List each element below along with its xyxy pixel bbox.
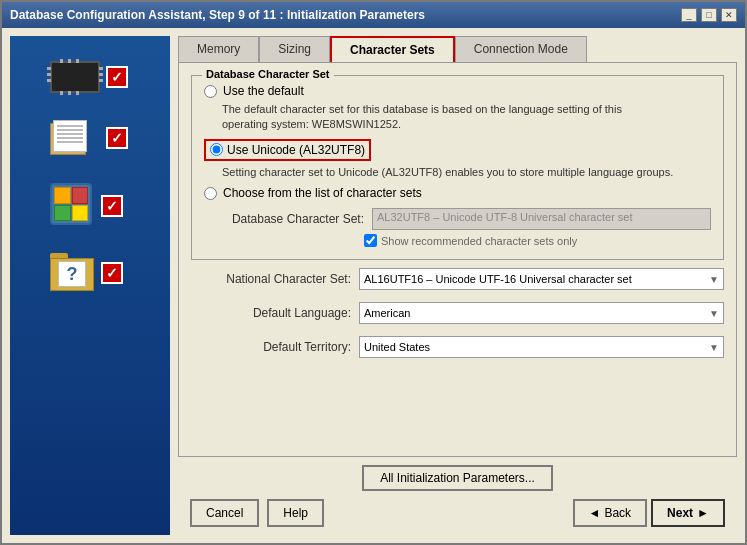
default-territory-field-row: Default Territory: United States ▼ [191, 336, 724, 358]
tab-content-character-sets: Database Character Set Use the default T… [178, 62, 737, 457]
icon-row-docs: ✓ [50, 118, 130, 158]
icon-row-folder-q: ? ✓ [50, 253, 130, 293]
show-recommended-checkbox[interactable] [364, 234, 377, 247]
icon-row-chip: ✓ [50, 61, 130, 93]
national-charset-label: National Character Set: [191, 272, 351, 286]
option-default-row: Use the default [204, 84, 711, 98]
show-recommended-row: Show recommended character sets only [364, 234, 711, 247]
default-territory-arrow: ▼ [709, 342, 719, 353]
default-language-combo[interactable]: American ▼ [359, 302, 724, 324]
window-controls: _ □ ✕ [681, 8, 737, 22]
option-choose-row: Choose from the list of character sets [204, 186, 711, 200]
option-unicode-label[interactable]: Use Unicode (AL32UTF8) [227, 143, 365, 157]
check-icon-3: ✓ [101, 195, 123, 217]
unicode-option-highlight: Use Unicode (AL32UTF8) [204, 139, 371, 161]
default-territory-combo[interactable]: United States ▼ [359, 336, 724, 358]
left-panel: ✓ ✓ [10, 36, 170, 535]
check-icon-4: ✓ [101, 262, 123, 284]
db-charset-label: Database Character Set: [204, 212, 364, 226]
next-arrow-icon: ► [697, 506, 709, 520]
national-charset-combo[interactable]: AL16UTF16 – Unicode UTF-16 Universal cha… [359, 268, 724, 290]
db-charset-input: AL32UTF8 – Unicode UTF-8 Universal chara… [372, 208, 711, 230]
help-button[interactable]: Help [267, 499, 324, 527]
national-charset-field-row: National Character Set: AL16UTF16 – Unic… [191, 268, 724, 290]
content-area: ✓ ✓ [2, 28, 745, 543]
option-default-desc: The default character set for this datab… [222, 102, 711, 133]
tab-connection-mode[interactable]: Connection Mode [455, 36, 587, 62]
option-choose-label[interactable]: Choose from the list of character sets [223, 186, 422, 200]
radio-default[interactable] [204, 85, 217, 98]
option-unicode-desc: Setting character set to Unicode (AL32UT… [222, 165, 711, 180]
next-button[interactable]: Next ► [651, 499, 725, 527]
national-charset-arrow: ▼ [709, 274, 719, 285]
tab-sizing[interactable]: Sizing [259, 36, 330, 62]
maximize-button[interactable]: □ [701, 8, 717, 22]
bottom-bar: All Initialization Parameters... Cancel … [178, 457, 737, 535]
group-title: Database Character Set [202, 68, 334, 80]
nav-buttons: Cancel Help ◄ Back Next ► [186, 499, 729, 527]
database-charset-group: Database Character Set Use the default T… [191, 75, 724, 260]
show-recommended-label[interactable]: Show recommended character sets only [381, 235, 577, 247]
nav-left-buttons: Cancel Help [190, 499, 324, 527]
back-button[interactable]: ◄ Back [573, 499, 648, 527]
minimize-button[interactable]: _ [681, 8, 697, 22]
tab-bar: Memory Sizing Character Sets Connection … [178, 36, 737, 62]
check-icon-1: ✓ [106, 66, 128, 88]
nav-right-buttons: ◄ Back Next ► [573, 499, 725, 527]
close-button[interactable]: ✕ [721, 8, 737, 22]
main-window: Database Configuration Assistant, Step 9… [0, 0, 747, 545]
default-language-field-row: Default Language: American ▼ [191, 302, 724, 324]
init-params-row: All Initialization Parameters... [186, 465, 729, 491]
icon-row-barrel: ✓ [50, 183, 130, 228]
right-panel: Memory Sizing Character Sets Connection … [178, 36, 737, 535]
default-language-label: Default Language: [191, 306, 351, 320]
tab-character-sets[interactable]: Character Sets [330, 36, 455, 62]
default-language-arrow: ▼ [709, 308, 719, 319]
db-charset-field-row: Database Character Set: AL32UTF8 – Unico… [204, 208, 711, 230]
window-title: Database Configuration Assistant, Step 9… [10, 8, 425, 22]
init-params-button[interactable]: All Initialization Parameters... [362, 465, 553, 491]
tab-memory[interactable]: Memory [178, 36, 259, 62]
radio-choose[interactable] [204, 187, 217, 200]
back-arrow-icon: ◄ [589, 506, 601, 520]
check-icon-2: ✓ [106, 127, 128, 149]
title-bar: Database Configuration Assistant, Step 9… [2, 2, 745, 28]
radio-unicode[interactable] [210, 143, 223, 156]
default-territory-label: Default Territory: [191, 340, 351, 354]
option-unicode-row: Use Unicode (AL32UTF8) [204, 139, 711, 161]
cancel-button[interactable]: Cancel [190, 499, 259, 527]
option-default-label[interactable]: Use the default [223, 84, 304, 98]
